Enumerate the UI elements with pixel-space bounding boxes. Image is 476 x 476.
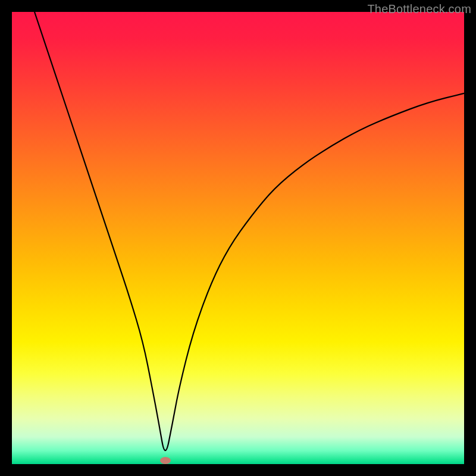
chart-frame (12, 12, 464, 464)
optimal-marker (160, 457, 171, 464)
bottleneck-curve (12, 12, 464, 464)
watermark-text: TheBottleneck.com (367, 2, 471, 16)
